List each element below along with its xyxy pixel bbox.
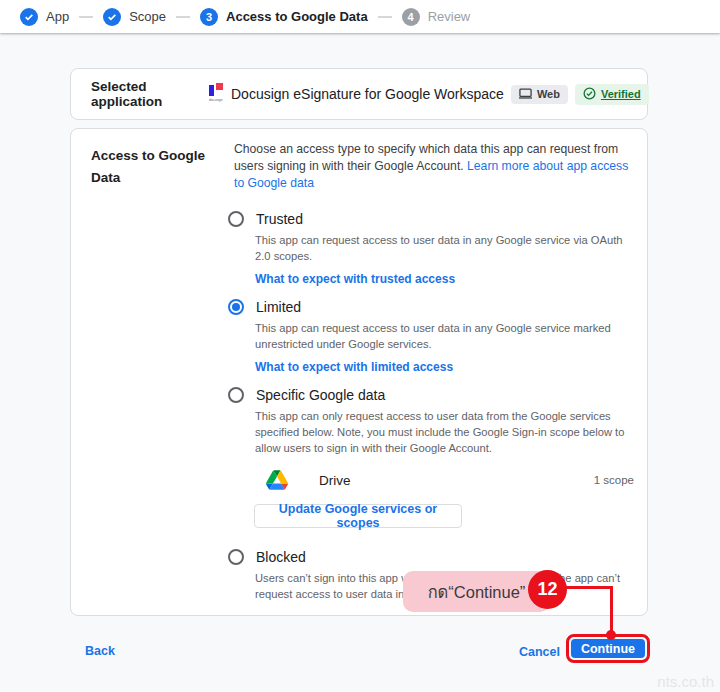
access-to-google-data-card: Access to Google Data Choose an access t… xyxy=(70,128,648,616)
verified-badge-label: Verified xyxy=(601,88,641,100)
update-google-services-button[interactable]: Update Google services or scopes xyxy=(254,504,462,528)
service-name: Drive xyxy=(319,473,351,488)
back-link[interactable]: Back xyxy=(85,644,115,658)
access-options-column: Choose an access type to specify which d… xyxy=(234,141,634,602)
stepper-divider xyxy=(79,16,93,18)
step-app-label: App xyxy=(46,9,69,24)
scope-count: 1 scope xyxy=(594,474,634,486)
continue-button[interactable]: Continue xyxy=(571,639,645,658)
option-limited-selector[interactable]: Limited xyxy=(228,298,634,316)
platform-chip-label: Web xyxy=(537,88,560,100)
option-trusted-selector[interactable]: Trusted xyxy=(228,210,634,228)
option-specific-google-data: Specific Google data This app can only r… xyxy=(228,386,634,528)
step-done-check-icon xyxy=(103,8,121,26)
application-name: Docusign eSignature for Google Workspace xyxy=(231,86,504,102)
annotation-connector-vertical xyxy=(610,586,613,635)
step-review[interactable]: 4 Review xyxy=(402,8,471,26)
annotation-connector-dot xyxy=(606,630,616,640)
option-trusted-title: Trusted xyxy=(256,210,303,228)
section-title: Access to Google Data xyxy=(91,145,216,189)
platform-chip: Web xyxy=(511,85,568,104)
step-access-label: Access to Google Data xyxy=(226,9,368,24)
monitor-icon xyxy=(519,88,532,101)
site-watermark: nts.co.th xyxy=(657,673,714,690)
application-info-row: docusign Docusign eSignature for Google … xyxy=(208,83,649,106)
option-blocked-title: Blocked xyxy=(256,548,306,566)
selected-application-card: Selected application docusign Docusign e… xyxy=(70,68,648,120)
docusign-app-icon: docusign xyxy=(208,83,224,106)
step-review-label: Review xyxy=(428,9,471,24)
step-done-check-icon xyxy=(20,8,38,26)
wizard-stepper: App Scope 3 Access to Google Data 4 Revi… xyxy=(0,0,720,33)
limited-access-link[interactable]: What to expect with limited access xyxy=(255,360,634,374)
step-number-badge: 4 xyxy=(402,8,420,26)
option-specific-title: Specific Google data xyxy=(256,386,385,404)
radio-limited-selected[interactable] xyxy=(228,299,244,315)
option-specific-description: This app can only request access to user… xyxy=(255,408,634,456)
radio-specific[interactable] xyxy=(228,387,244,403)
option-limited-description: This app can request access to user data… xyxy=(255,320,634,352)
cancel-link[interactable]: Cancel xyxy=(519,645,560,659)
trusted-access-link[interactable]: What to expect with trusted access xyxy=(255,272,634,286)
step-access-to-google-data[interactable]: 3 Access to Google Data xyxy=(200,8,368,26)
option-blocked-selector[interactable]: Blocked xyxy=(228,548,634,566)
option-trusted-description: This app can request access to user data… xyxy=(255,232,634,264)
radio-blocked[interactable] xyxy=(228,549,244,565)
verified-badge[interactable]: Verified xyxy=(575,84,649,105)
option-specific-selector[interactable]: Specific Google data xyxy=(228,386,634,404)
selected-application-label: Selected application xyxy=(91,79,208,109)
step-app[interactable]: App xyxy=(20,8,69,26)
step-scope-label: Scope xyxy=(129,9,166,24)
verified-check-icon xyxy=(583,87,596,102)
stepper-divider xyxy=(378,16,392,18)
section-description: Choose an access type to specify which d… xyxy=(234,141,634,192)
annotation-step-number-badge: 12 xyxy=(528,570,567,609)
annotation-connector-horizontal xyxy=(565,586,613,589)
option-trusted: Trusted This app can request access to u… xyxy=(228,210,634,286)
option-limited: Limited This app can request access to u… xyxy=(228,298,634,374)
step-number-badge: 3 xyxy=(200,8,218,26)
option-limited-title: Limited xyxy=(256,298,301,316)
radio-trusted[interactable] xyxy=(228,211,244,227)
service-row-drive: Drive 1 scope xyxy=(266,470,634,490)
step-scope[interactable]: Scope xyxy=(103,8,166,26)
svg-text:docusign: docusign xyxy=(209,97,223,101)
stepper-divider xyxy=(176,16,190,18)
google-drive-icon xyxy=(266,470,288,490)
